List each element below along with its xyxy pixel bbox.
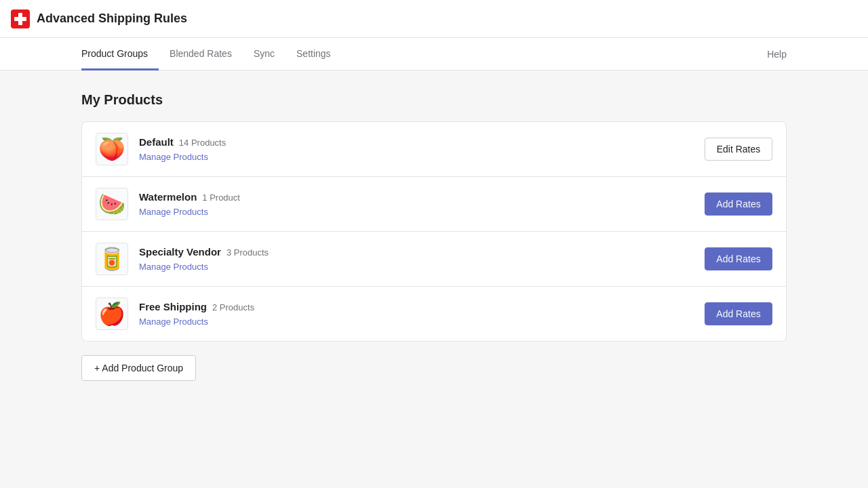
nav-tab-settings[interactable]: Settings	[285, 38, 342, 70]
product-row-free-shipping: 🍎Free Shipping2 ProductsManage ProductsA…	[82, 287, 786, 341]
nav-tab-sync[interactable]: Sync	[243, 38, 285, 70]
product-name-free-shipping: Free Shipping	[139, 301, 207, 312]
product-count-watermelon: 1 Product	[202, 192, 240, 203]
help-link[interactable]: Help	[767, 49, 787, 60]
product-icon-free-shipping: 🍎	[96, 298, 128, 330]
manage-products-link-watermelon[interactable]: Manage Products	[139, 207, 208, 217]
product-count-default: 14 Products	[179, 138, 226, 148]
app-bar: Advanced Shipping Rules	[0, 0, 868, 38]
product-count-specialty-vendor: 3 Products	[226, 247, 269, 258]
add-rates-button-watermelon[interactable]: Add Rates	[705, 192, 772, 216]
nav-tabs: Product GroupsBlended RatesSyncSettings	[81, 38, 342, 70]
manage-products-link-free-shipping[interactable]: Manage Products	[139, 317, 208, 327]
product-icon-default: 🍑	[96, 133, 128, 165]
product-info-default: Default14 ProductsManage Products	[139, 136, 694, 163]
product-info-specialty-vendor: Specialty Vendor3 ProductsManage Product…	[139, 246, 694, 272]
nav-tab-product-groups[interactable]: Product Groups	[81, 38, 159, 70]
logo-cross-icon	[14, 13, 26, 25]
add-rates-button-specialty-vendor[interactable]: Add Rates	[705, 247, 772, 270]
product-row-watermelon: 🍉Watermelon1 ProductManage ProductsAdd R…	[82, 177, 786, 232]
product-info-free-shipping: Free Shipping2 ProductsManage Products	[139, 301, 694, 327]
app-title: Advanced Shipping Rules	[37, 12, 187, 26]
product-groups-card: 🍑Default14 ProductsManage ProductsEdit R…	[81, 121, 787, 342]
product-icon-specialty-vendor: 🥫	[96, 243, 128, 275]
main-content: My Products 🍑Default14 ProductsManage Pr…	[0, 70, 868, 488]
product-row-specialty-vendor: 🥫Specialty Vendor3 ProductsManage Produc…	[82, 232, 786, 287]
add-product-group-button[interactable]: + Add Product Group	[81, 355, 196, 381]
product-row-default: 🍑Default14 ProductsManage ProductsEdit R…	[82, 122, 786, 177]
product-info-watermelon: Watermelon1 ProductManage Products	[139, 191, 694, 218]
product-count-free-shipping: 2 Products	[212, 302, 254, 312]
product-name-specialty-vendor: Specialty Vendor	[139, 246, 221, 258]
product-name-watermelon: Watermelon	[139, 191, 197, 203]
nav-tab-blended-rates[interactable]: Blended Rates	[159, 38, 243, 70]
edit-rates-button-default[interactable]: Edit Rates	[705, 138, 772, 161]
manage-products-link-default[interactable]: Manage Products	[139, 152, 208, 162]
manage-products-link-specialty-vendor[interactable]: Manage Products	[139, 262, 208, 272]
app-logo	[11, 9, 30, 28]
add-rates-button-free-shipping[interactable]: Add Rates	[705, 302, 772, 325]
product-icon-watermelon: 🍉	[96, 188, 128, 220]
product-name-default: Default	[139, 136, 174, 148]
nav-bar: Product GroupsBlended RatesSyncSettings …	[0, 38, 868, 70]
section-title: My Products	[81, 92, 787, 108]
